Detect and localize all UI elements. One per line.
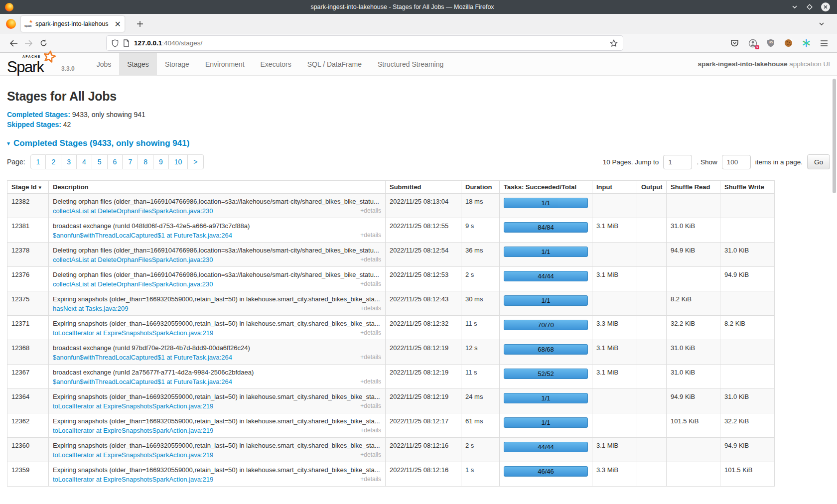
window-close-button[interactable] — [821, 2, 830, 11]
stage-callsite-link[interactable]: collectAsList at DeleteOrphanFilesSparkA… — [53, 206, 213, 216]
tasks-cell: 44/44 — [500, 267, 592, 291]
nav-item-environment[interactable]: Environment — [197, 53, 253, 75]
all-tabs-chevron-icon[interactable] — [814, 16, 829, 31]
details-toggle[interactable]: +details — [360, 475, 381, 484]
page-button-1[interactable]: 1 — [30, 154, 46, 169]
stage-id-cell: 12364 — [7, 389, 49, 413]
forward-button[interactable] — [21, 36, 36, 51]
details-toggle[interactable]: +details — [360, 304, 381, 313]
details-toggle[interactable]: +details — [360, 426, 381, 435]
input-cell: 3.1 MiB — [592, 365, 637, 389]
stage-callsite-link[interactable]: $anonfun$withThreadLocalCaptured$1 at Fu… — [53, 377, 232, 386]
items-per-page-input[interactable] — [722, 155, 751, 169]
stage-callsite-link[interactable]: toLocalIterator at ExpireSnapshotsSparkA… — [53, 475, 213, 484]
stage-description: broadcast exchange (runId 97bdf70e-2f28-… — [53, 343, 381, 353]
url-bar[interactable]: 127.0.0.1:4040/stages/ — [107, 36, 623, 50]
output-cell — [637, 267, 667, 291]
firefox-view-button[interactable] — [6, 19, 16, 29]
stage-callsite-link[interactable]: collectAsList at DeleteOrphanFilesSparkA… — [53, 279, 213, 289]
tab-close-icon[interactable]: ✕ — [115, 19, 121, 29]
scrollbar-thumb[interactable] — [833, 79, 836, 193]
stage-callsite-link[interactable]: collectAsList at DeleteOrphanFilesSparkA… — [53, 255, 213, 264]
nav-item-jobs[interactable]: Jobs — [89, 53, 120, 75]
pages-summary: 10 Pages. Jump to — [603, 158, 659, 166]
details-toggle[interactable]: +details — [360, 377, 381, 386]
sync-asterisk-icon[interactable] — [802, 39, 811, 47]
completed-stages-section-toggle[interactable]: ▾ Completed Stages (9433, only showing 9… — [7, 138, 189, 148]
tasks-progress-bar: 70/70 — [504, 320, 588, 330]
page-button-8[interactable]: 8 — [138, 154, 153, 169]
duration-cell: 11 s — [461, 316, 500, 340]
tasks-progress-bar: 44/44 — [504, 271, 588, 281]
shuffle-write-cell: 31.0 KiB — [720, 243, 775, 267]
cookie-icon[interactable] — [784, 39, 793, 47]
page-button-7[interactable]: 7 — [123, 154, 138, 169]
details-toggle[interactable]: +details — [360, 206, 381, 216]
stage-callsite-link[interactable]: toLocalIterator at ExpireSnapshotsSparkA… — [53, 450, 213, 460]
next-page-button[interactable]: > — [188, 154, 203, 169]
stage-callsite-link[interactable]: $anonfun$withThreadLocalCaptured$1 at Fu… — [53, 353, 232, 362]
details-toggle[interactable]: +details — [360, 450, 381, 460]
nav-item-sql-dataframe[interactable]: SQL / DataFrame — [299, 53, 370, 75]
nav-item-executors[interactable]: Executors — [253, 53, 299, 75]
stage-callsite-link[interactable]: hasNext at Tasks.java:209 — [53, 304, 129, 313]
bookmark-star-icon[interactable] — [610, 39, 618, 47]
completed-stages-label: Completed Stages: — [7, 111, 70, 119]
browser-tab[interactable]: Spark ★ spark-ingest-into-lakehous ✕ — [21, 16, 125, 32]
shuffle-read-cell: 31.0 KiB — [667, 365, 720, 389]
stage-callsite-link[interactable]: $anonfun$withThreadLocalCaptured$1 at Fu… — [53, 231, 232, 240]
pocket-icon[interactable] — [730, 39, 739, 47]
header-description[interactable]: Description — [49, 181, 386, 194]
header-output[interactable]: Output — [637, 181, 667, 194]
window-titlebar: spark-ingest-into-lakehouse - Stages for… — [0, 0, 837, 14]
stage-description: Expiring snapshots (older_than=166932055… — [53, 392, 381, 401]
details-toggle[interactable]: +details — [360, 255, 381, 264]
details-toggle[interactable]: +details — [360, 353, 381, 362]
page-info-icon[interactable] — [123, 39, 130, 47]
reload-button[interactable] — [36, 36, 51, 51]
header-input[interactable]: Input — [592, 181, 637, 194]
page-button-9[interactable]: 9 — [153, 154, 169, 169]
nav-item-structured-streaming[interactable]: Structured Streaming — [370, 53, 451, 75]
jump-to-page-input[interactable] — [663, 155, 692, 169]
stage-callsite-link[interactable]: toLocalIterator at ExpireSnapshotsSparkA… — [53, 328, 213, 338]
stage-callsite-link[interactable]: toLocalIterator at ExpireSnapshotsSparkA… — [53, 426, 213, 435]
input-cell — [592, 243, 637, 267]
details-toggle[interactable]: +details — [360, 328, 381, 338]
go-button[interactable]: Go — [807, 154, 830, 169]
shuffle-write-cell — [720, 365, 775, 389]
nav-item-stages[interactable]: Stages — [119, 53, 157, 75]
shuffle-read-cell — [667, 438, 720, 462]
details-toggle[interactable]: +details — [360, 279, 381, 289]
tasks-cell: 46/46 — [500, 462, 592, 487]
page-button-2[interactable]: 2 — [46, 154, 61, 169]
page-button-4[interactable]: 4 — [77, 154, 92, 169]
header-duration[interactable]: Duration — [461, 181, 500, 194]
spark-logo[interactable]: APACHE Spark — [7, 53, 58, 74]
page-button-3[interactable]: 3 — [61, 154, 77, 169]
tasks-progress-bar: 84/84 — [504, 222, 588, 233]
header-shuffle-write[interactable]: Shuffle Write — [720, 181, 775, 194]
stage-callsite-link[interactable]: toLocalIterator at ExpireSnapshotsSparkA… — [53, 401, 213, 411]
page-button-5[interactable]: 5 — [92, 154, 108, 169]
menu-hamburger-icon[interactable] — [820, 40, 828, 47]
skipped-stages-label: Skipped Stages: — [7, 121, 61, 128]
shield-icon[interactable] — [112, 39, 119, 47]
back-button[interactable] — [6, 36, 21, 51]
new-tab-button[interactable] — [133, 16, 147, 31]
header-tasks-succeeded-total[interactable]: Tasks: Succeeded/Total — [500, 181, 592, 194]
window-maximize-button[interactable] — [806, 3, 813, 10]
window-minimize-button[interactable] — [791, 3, 798, 10]
nav-item-storage[interactable]: Storage — [157, 53, 197, 75]
shuffle-read-cell: 94.9 KiB — [667, 389, 720, 413]
details-toggle[interactable]: +details — [360, 401, 381, 411]
details-toggle[interactable]: +details — [360, 231, 381, 240]
header-stage-id[interactable]: Stage Id▾ — [7, 181, 49, 194]
extension-account-icon[interactable]: ✕ — [748, 39, 757, 48]
ublock-icon[interactable]: UO — [767, 39, 775, 47]
output-cell — [637, 194, 667, 218]
page-button-10[interactable]: 10 — [169, 154, 188, 169]
header-submitted[interactable]: Submitted — [386, 181, 461, 194]
page-button-6[interactable]: 6 — [108, 154, 123, 169]
header-shuffle-read[interactable]: Shuffle Read — [667, 181, 720, 194]
